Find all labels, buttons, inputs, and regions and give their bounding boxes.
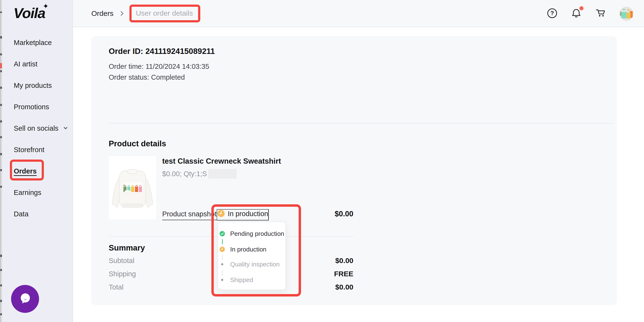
clock-icon bbox=[217, 210, 225, 218]
svg-text:?: ? bbox=[550, 10, 554, 16]
sidebar-item-storefront[interactable]: Storefront bbox=[2, 139, 72, 161]
order-details-card: Order ID: 2411192415089211 Order time: 1… bbox=[91, 36, 617, 305]
sweatshirt-image bbox=[109, 156, 156, 219]
avatar[interactable] bbox=[620, 7, 634, 21]
sidebar-item-ai-artist[interactable]: AI artist bbox=[2, 53, 72, 75]
chevron-right-icon bbox=[118, 10, 126, 17]
order-status: Order status: Completed bbox=[109, 73, 185, 81]
order-time: Order time: 11/20/2024 14:03:35 bbox=[109, 63, 209, 70]
product-details-heading: Product details bbox=[109, 139, 166, 148]
help-button[interactable]: ? bbox=[547, 8, 558, 19]
chevron-down-icon bbox=[62, 125, 69, 133]
breadcrumb-current-page: User order details bbox=[136, 9, 193, 17]
divider bbox=[109, 123, 614, 124]
chat-bubble-icon bbox=[17, 291, 33, 307]
check-icon bbox=[220, 231, 225, 236]
dot-icon bbox=[220, 262, 225, 267]
notification-badge-dot bbox=[580, 6, 584, 10]
sidebar-nav: Marketplace AI artist My products Promot… bbox=[2, 32, 72, 225]
sidebar-item-marketplace[interactable]: Marketplace bbox=[2, 32, 72, 53]
product-snapshot-link[interactable]: Product snapshot bbox=[162, 210, 217, 220]
step-connector bbox=[222, 270, 223, 276]
step-connector bbox=[222, 255, 223, 260]
production-status-popover: Pending production In production Quality… bbox=[218, 222, 286, 290]
product-title: test Classic Crewneck Sweatshirt bbox=[162, 157, 281, 165]
sparkle-icon: ✦ bbox=[43, 2, 49, 10]
order-id-value: 2411192415089211 bbox=[145, 47, 215, 56]
breadcrumb: Orders User order details bbox=[91, 4, 200, 22]
production-status-trigger[interactable]: In production bbox=[217, 209, 269, 220]
cart-icon bbox=[595, 7, 606, 20]
production-step-pending: Pending production bbox=[218, 230, 285, 238]
product-thumbnail bbox=[109, 156, 156, 219]
order-id-label: Order ID: bbox=[109, 47, 143, 56]
annotation-box-breadcrumb: User order details bbox=[130, 4, 200, 22]
topbar-icons: ? bbox=[547, 0, 634, 27]
sidebar-item-earnings[interactable]: Earnings bbox=[2, 182, 72, 203]
topbar: Orders User order details ? bbox=[73, 0, 644, 27]
chat-button[interactable] bbox=[11, 285, 39, 313]
brand-logo[interactable]: Voila ✦ bbox=[14, 5, 45, 21]
sidebar-item-promotions[interactable]: Promotions bbox=[2, 96, 72, 118]
help-icon: ? bbox=[547, 8, 558, 19]
sidebar-item-sell-on-socials[interactable]: Sell on socials bbox=[2, 118, 72, 139]
background-window-edge bbox=[0, 0, 2, 322]
production-step-shipped: Shipped bbox=[218, 277, 285, 283]
dot-icon bbox=[220, 277, 225, 283]
order-id-heading: Order ID: 2411192415089211 bbox=[109, 47, 215, 56]
clock-icon bbox=[220, 247, 225, 252]
sidebar-item-data[interactable]: Data bbox=[2, 203, 72, 225]
summary-heading: Summary bbox=[109, 243, 145, 252]
avatar-image bbox=[620, 7, 634, 21]
step-connector bbox=[222, 239, 223, 244]
breadcrumb-orders-link[interactable]: Orders bbox=[91, 9, 114, 17]
sidebar-item-my-products[interactable]: My products bbox=[2, 75, 72, 96]
product-price-qty: $0.00; Qty:1;S bbox=[162, 169, 237, 178]
production-status-label: In production bbox=[228, 210, 268, 218]
production-step-in-production: In production bbox=[218, 245, 285, 253]
brand-logo-text: Voila bbox=[14, 5, 45, 21]
sidebar-item-orders[interactable]: Orders bbox=[2, 161, 72, 182]
production-step-quality-inspection: Quality inspection bbox=[218, 261, 285, 267]
notifications-button[interactable] bbox=[571, 8, 582, 19]
redacted-text-patch bbox=[208, 169, 237, 178]
cart-button[interactable] bbox=[595, 7, 606, 20]
sidebar: Voila ✦ Marketplace AI artist My product… bbox=[2, 0, 73, 322]
